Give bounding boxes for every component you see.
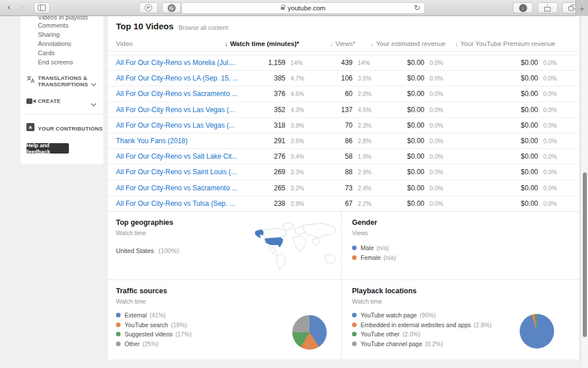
pinterest-extension-button[interactable]: P [139, 2, 158, 13]
browse-all-content-link[interactable]: Browse all content [179, 24, 228, 31]
revenue-pct: 0.0% [430, 75, 443, 82]
downloads-button[interactable]: ↓ [513, 2, 533, 13]
premium-revenue-pct: 0.0% [543, 59, 557, 66]
video-link[interactable]: All For Our City-Reno vs Las Vegas (... [116, 121, 235, 129]
page-scrollbar [581, 16, 588, 368]
column-header-estimated-revenue[interactable]: ↓Your estimated revenue [370, 36, 446, 52]
video-link[interactable]: All For Our-City Reno vs Las Vegas (... [116, 106, 235, 114]
share-button[interactable]: ↑ [537, 2, 558, 13]
revenue-value: $0.00 [407, 59, 424, 67]
premium-revenue-value: $0.00 [521, 152, 538, 160]
watch-time-pct: 14% [291, 59, 303, 66]
watch-time-pct: 3.2% [291, 185, 304, 191]
sidebar-section-your-contributions[interactable]: YOUR CONTRIBUTIONS [38, 125, 103, 132]
watch-time-value: 238 [274, 200, 285, 208]
revenue-pct: 0.0% [430, 106, 443, 113]
column-header-premium-revenue[interactable]: ↓Your YouTube Premium revenue [455, 36, 555, 52]
revenue-value: $0.00 [407, 200, 424, 208]
legend-dot [116, 313, 121, 317]
geography-entry: United States (100%) [116, 247, 179, 254]
sidebar-toggle-button[interactable] [34, 2, 50, 13]
table-row: All For Our City-Reno vs Sacramento ... … [107, 180, 579, 195]
pinterest-icon: P [145, 4, 152, 12]
watch-time-pct: 4.3% [291, 106, 304, 113]
revenue-value: $0.00 [407, 90, 424, 98]
download-icon: ↓ [519, 4, 527, 12]
forward-button[interactable]: › [21, 2, 24, 12]
views-value: 439 [341, 59, 353, 67]
extension-button[interactable]: G [162, 2, 181, 13]
analytics-sidebar: Videos in playlists Comments Sharing Ann… [21, 16, 103, 164]
column-header-views[interactable]: ↓Views* [330, 36, 355, 52]
sidebar-item-annotations[interactable]: Annotations [38, 40, 71, 48]
refresh-button[interactable]: ↻ [414, 3, 420, 12]
premium-revenue-value: $0.00 [521, 200, 538, 208]
sidebar-item-videos-in-playlists[interactable]: Videos in playlists [38, 16, 88, 21]
revenue-pct: 0.0% [430, 153, 443, 160]
chevron-down-icon[interactable] [91, 78, 96, 89]
table-row: Thank You Fans (2018) 2913.5% 862.8% $0.… [107, 133, 579, 148]
premium-revenue-pct: 0.0% [543, 75, 557, 82]
watch-time-pct: 2.9% [291, 200, 304, 207]
premium-revenue-pct: 0.0% [543, 185, 557, 191]
video-link[interactable]: All For Our City-Reno vs Tulsa (Sep. ... [116, 200, 235, 208]
chevron-down-icon[interactable] [91, 98, 96, 109]
premium-revenue-pct: 0.0% [543, 200, 557, 207]
sidebar-item-end-screens[interactable]: End screens [38, 58, 73, 66]
table-row: All For Our City-Reno vs Sacramento ... … [107, 86, 579, 101]
views-pct: 1.9% [358, 153, 372, 160]
sidebar-item-comments[interactable]: Comments [38, 21, 68, 29]
legend-dot [352, 255, 357, 260]
sidebar-item-cards[interactable]: Cards [38, 49, 55, 57]
premium-revenue-value: $0.00 [521, 74, 538, 82]
video-camera-icon [26, 97, 36, 107]
video-link[interactable]: All For Our City-Reno vs Salt Lake Cit..… [116, 152, 237, 160]
legend-item: YouTube other(2.0%) [352, 330, 420, 338]
video-link[interactable]: All For Our City-Reno vs Sacramento ... [116, 90, 237, 98]
sidebar-section-create[interactable]: CREATE [38, 98, 61, 104]
table-row: All For Our City-Reno vs Tulsa (Sep. ...… [107, 195, 579, 211]
revenue-pct: 0.0% [430, 122, 443, 129]
videos-table: All For Our City-Reno vs Morelia (Jul...… [107, 55, 579, 211]
panel-metric: Views [352, 229, 368, 236]
watch-time-value: 269 [274, 168, 285, 176]
watch-time-value: 352 [274, 106, 285, 114]
views-value: 137 [341, 106, 353, 114]
video-link[interactable]: All For Our City-Reno vs Saint Louis (..… [116, 168, 237, 176]
video-link[interactable]: All For Our City-Reno vs Morelia (Jul...… [116, 59, 236, 67]
video-link[interactable]: Thank You Fans (2018) [116, 137, 188, 145]
sort-arrow-icon: ↓ [370, 40, 374, 47]
revenue-value: $0.00 [407, 152, 424, 160]
watch-time-pct: 3.3% [291, 168, 304, 175]
table-row: All For Our City-Reno vs Morelia (Jul...… [107, 55, 579, 70]
video-link[interactable]: All For Our City-Reno vs LA (Sep. 15, ..… [116, 74, 238, 82]
new-tab-button[interactable]: + [575, 0, 588, 16]
legend-dot [352, 246, 357, 250]
scrollbar-thumb[interactable] [583, 172, 587, 337]
table-row: All For Our-City Reno vs Las Vegas (... … [107, 102, 579, 117]
revenue-value: $0.00 [407, 121, 424, 129]
address-bar[interactable]: youtube.com ↻ [181, 2, 425, 14]
revenue-pct: 0.0% [430, 185, 443, 191]
views-value: 60 [345, 90, 353, 98]
back-button[interactable]: ‹ [7, 2, 10, 12]
views-value: 106 [341, 74, 353, 82]
video-link[interactable]: All For Our City-Reno vs Sacramento ... [116, 184, 237, 192]
traffic-sources-pie-chart [292, 315, 327, 350]
url-text: youtube.com [288, 5, 326, 12]
premium-revenue-value: $0.00 [521, 90, 538, 98]
column-header-watch-time[interactable]: ↓Watch time (minutes)* [225, 36, 299, 52]
sidebar-item-sharing[interactable]: Sharing [38, 30, 60, 39]
help-and-feedback-button[interactable]: Help and feedback [26, 143, 69, 154]
page-title: Top 10 Videos [116, 21, 173, 31]
table-row: All For Our City-Reno vs Las Vegas (... … [107, 117, 579, 133]
legend-dot [116, 323, 121, 327]
watch-time-value: 276 [274, 152, 285, 160]
revenue-value: $0.00 [407, 184, 424, 192]
panel-playback-locations: Playback locations Watch time YouTube wa… [341, 279, 579, 359]
sidebar-section-translations[interactable]: TRANSLATIONS & TRANSCRIPTIONS [38, 75, 88, 87]
legend-item: Other(25%) [116, 340, 158, 348]
watch-time-value: 291 [274, 137, 285, 145]
premium-revenue-pct: 0.0% [543, 168, 557, 175]
premium-revenue-pct: 0.0% [543, 122, 557, 129]
